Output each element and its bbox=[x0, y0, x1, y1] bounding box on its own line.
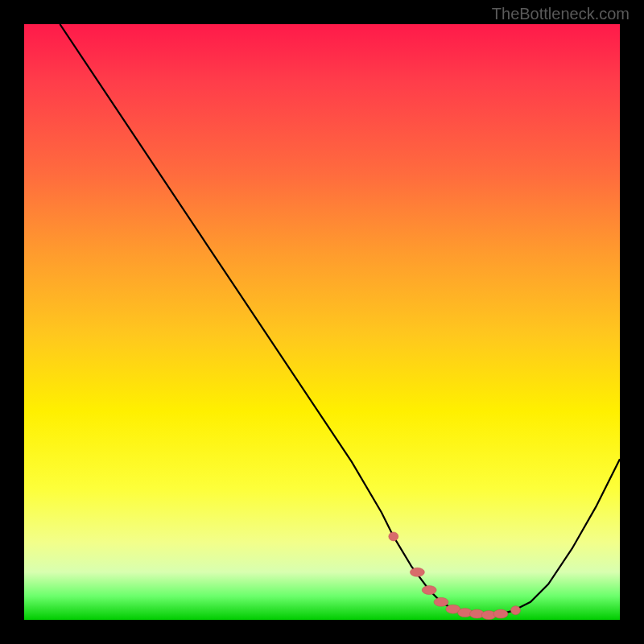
curve-marker bbox=[410, 568, 424, 576]
curve-marker bbox=[389, 532, 398, 541]
curve-marker bbox=[493, 609, 508, 618]
curve-marker bbox=[511, 606, 521, 615]
marker-group bbox=[389, 532, 521, 620]
chart-svg bbox=[24, 24, 620, 620]
plot-area bbox=[24, 24, 620, 620]
bottleneck-curve-line bbox=[60, 24, 620, 615]
watermark-text: TheBottleneck.com bbox=[492, 5, 630, 23]
curve-marker bbox=[434, 597, 448, 606]
curve-marker bbox=[422, 586, 436, 595]
